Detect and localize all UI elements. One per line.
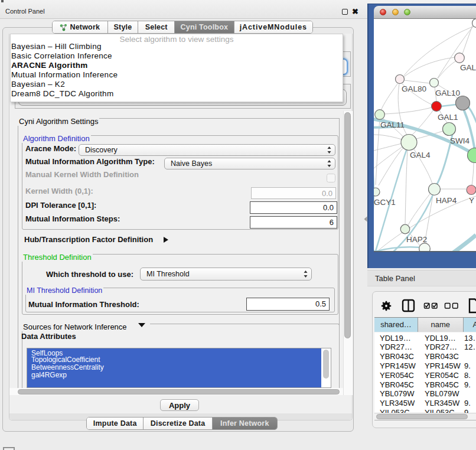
svg-text:HAP2: HAP2 [406,235,427,244]
svg-text:GCY1: GCY1 [374,198,396,207]
svg-text:GAL4: GAL4 [410,151,431,159]
svg-text:GAL80: GAL80 [402,84,426,93]
svg-text:GAL10: GAL10 [435,89,460,97]
svg-text:GAL: GAL [460,63,476,72]
svg-text:GAL1: GAL1 [438,113,458,122]
svg-text:SWI4: SWI4 [450,136,470,145]
svg-text:GAL11: GAL11 [380,120,405,129]
svg-text:HAP4: HAP4 [436,196,457,205]
svg-text:Y: Y [469,196,474,205]
